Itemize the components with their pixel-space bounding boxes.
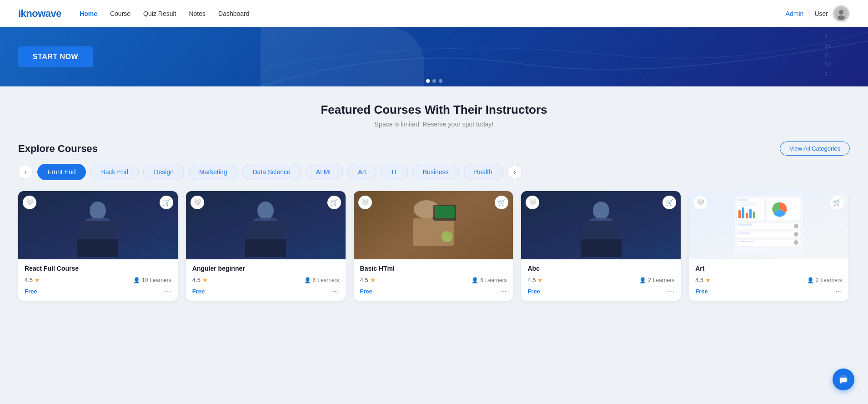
course-card-1-image: 🤍 🛒 [186,191,346,259]
dot-3 [439,79,442,83]
category-pill-design[interactable]: Design [143,164,184,180]
course-card-2-footer: Free ··· [360,287,507,296]
course-card-4-wishlist-button[interactable]: 🤍 [693,196,707,209]
course-card-1-cart-button[interactable]: 🛒 [327,196,341,209]
course-card-3: 🤍 🛒 Abc 4.5 ★ 👤 2 Learners [521,191,681,301]
learners-label-2: Learners [485,277,507,283]
course-card-4-cart-button[interactable]: 🛒 [830,196,844,209]
course-card-4-more-button[interactable]: ··· [835,287,842,295]
category-pill-it[interactable]: IT [381,164,407,180]
category-pill-backend[interactable]: Back End [90,164,139,180]
course-card-4-title: Art [695,265,842,272]
hero-content: START NOW [0,46,111,67]
course-card-1-more-button[interactable]: ··· [332,287,339,295]
hero-dots-indicator [426,79,442,83]
course-card-2-price: Free [360,288,372,295]
svg-rect-6 [77,239,118,257]
svg-rect-25 [738,210,741,218]
nav-home[interactable]: Home [80,10,97,17]
category-pill-art[interactable]: Art [347,164,376,180]
svg-rect-24 [738,204,754,206]
learner-count-0: 10 [142,277,148,283]
course-card-1-body: Anguler beginner 4.5 ★ 👤 6 Learners Free… [186,259,346,301]
category-next-button[interactable]: › [507,165,522,179]
category-pill-marketing[interactable]: Marketing [189,164,237,180]
course-card-1-price: Free [192,288,205,295]
course-card-1: 🤍 🛒 Anguler beginner 4.5 ★ 👤 6 Learners [186,191,346,301]
user-link[interactable]: User [814,10,828,17]
star-icon-3: ★ [537,277,543,283]
featured-subtitle: Space is limited. Reserve your spot toda… [18,121,850,128]
course-card-0-footer: Free ··· [25,287,171,296]
course-card-3-title: Abc [527,265,674,272]
category-pill-datascience[interactable]: Data Science [242,164,301,180]
nav-notes[interactable]: Notes [189,10,206,17]
svg-rect-35 [738,224,752,226]
hero-curve [261,27,424,86]
course-card-0-image: 🤍 🛒 [18,191,178,259]
svg-rect-29 [753,212,755,218]
svg-rect-28 [749,209,752,218]
learners-label-4: Learners [821,277,842,283]
nav-quiz-result[interactable]: Quiz Result [143,10,176,17]
svg-point-3 [90,202,106,220]
learners-label-3: Learners [653,277,674,283]
navbar-right: Admin | User [786,5,850,22]
chat-fab-button[interactable] [833,369,854,390]
svg-rect-27 [746,213,748,218]
course-card-1-footer: Free ··· [192,287,339,296]
svg-rect-37 [738,241,754,242]
learner-count-1: 6 [313,277,316,283]
course-card-2: 🤍 🛒 Basic HTml 4.5 ★ 👤 6 Learners [354,191,513,301]
svg-point-39 [794,232,798,237]
rating-value-4: 4.5 [695,277,703,283]
featured-title: Featured Courses With Their Instructors [18,103,850,117]
course-card-1-title: Anguler beginner [192,265,339,272]
explore-header: Explore Courses View All Categories [18,141,850,156]
course-card-0-more-button[interactable]: ··· [165,287,171,295]
course-card-2-more-button[interactable]: ··· [500,287,507,295]
course-card-0-body: React Full Course 4.5 ★ 👤 10 Learners Fr… [18,259,178,301]
category-pill-aiml[interactable]: AI ML [306,164,343,180]
svg-rect-10 [245,239,286,257]
course-card-3-more-button[interactable]: ··· [667,287,674,295]
person-icon-4: 👤 [807,277,814,283]
category-pill-business[interactable]: Business [412,164,459,180]
course-card-0-title: React Full Course [25,265,171,272]
course-card-3-price: Free [527,288,540,295]
svg-rect-33 [737,231,801,238]
courses-grid: 🤍 🛒 React Full Course 4.5 ★ 👤 10 Learner… [18,191,850,301]
view-all-categories-button[interactable]: View All Categories [780,141,850,156]
course-card-4-meta: 4.5 ★ 👤 2 Learners [695,277,842,283]
star-icon-0: ★ [35,277,40,283]
course-card-3-meta: 4.5 ★ 👤 2 Learners [527,277,674,283]
navbar: iknowave Home Course Quiz Result Notes D… [0,0,868,27]
course-card-2-image: 🤍 🛒 [354,191,513,259]
course-card-2-wishlist-button[interactable]: 🤍 [358,196,372,209]
category-pill-health[interactable]: Health [464,164,503,180]
brand-logo[interactable]: iknowave [18,8,61,20]
category-pill-frontend[interactable]: Front End [37,164,86,180]
svg-rect-34 [737,239,801,246]
learner-count-2: 6 [480,277,483,283]
nav-dashboard[interactable]: Dashboard [218,10,250,17]
category-prev-button[interactable]: ‹ [18,165,33,179]
course-card-0-cart-button[interactable]: 🛒 [160,196,173,209]
course-card-2-meta: 4.5 ★ 👤 6 Learners [360,277,507,283]
svg-rect-23 [738,202,757,203]
course-card-1-wishlist-button[interactable]: 🤍 [191,196,204,209]
start-now-button[interactable]: START NOW [18,46,93,67]
avatar[interactable] [833,5,850,22]
course-card-3-cart-button[interactable]: 🛒 [662,196,676,209]
svg-point-40 [794,240,798,245]
svg-rect-26 [742,207,744,218]
course-card-4-rating: 4.5 ★ [695,277,711,283]
course-card-3-rating: 4.5 ★ [527,277,543,283]
course-card-0-wishlist-button[interactable]: 🤍 [23,196,36,209]
admin-link[interactable]: Admin [786,10,804,17]
nav-course[interactable]: Course [110,10,130,17]
svg-point-1 [839,10,843,15]
course-card-2-rating: 4.5 ★ [360,277,376,283]
svg-rect-22 [738,199,748,201]
person-icon-0: 👤 [133,277,140,283]
